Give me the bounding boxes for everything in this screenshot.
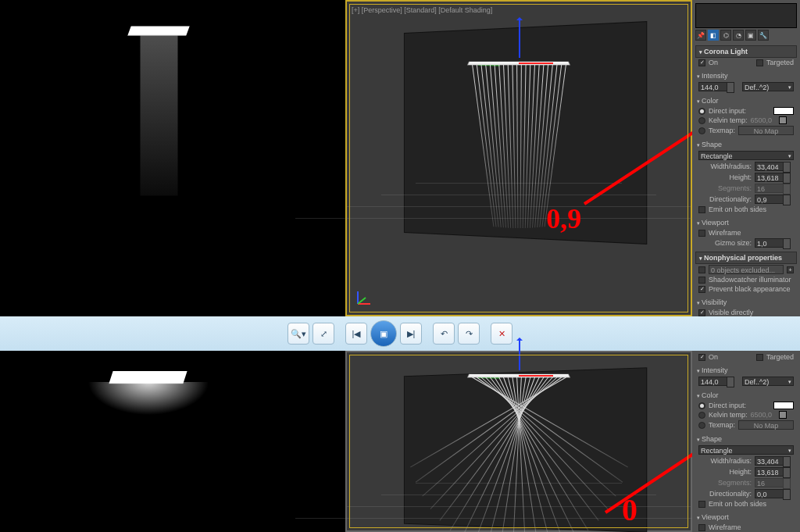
z-axis-gizmo[interactable]: [519, 19, 520, 58]
rotate-right-button[interactable]: ↷: [458, 323, 480, 345]
width-input[interactable]: 33,404: [755, 162, 784, 171]
intensity-units-dropdown[interactable]: Def..^2): [742, 377, 794, 386]
targeted-checkbox[interactable]: [756, 59, 763, 66]
wireframe-checkbox[interactable]: [698, 230, 705, 237]
bottom-app-window: 0 ✓On Targeted Intensity 144,0 Def..^2) …: [0, 351, 800, 532]
light-rays: [519, 64, 520, 66]
rotate-left-button[interactable]: ↶: [433, 323, 455, 345]
zoom-button[interactable]: 🔍▾: [288, 323, 309, 345]
prev-button[interactable]: |◀: [345, 323, 367, 345]
width-input[interactable]: 33,404: [755, 456, 784, 466]
viewport-section-label: Viewport: [695, 217, 797, 228]
color-swatch[interactable]: [773, 107, 794, 115]
excluded-checkbox[interactable]: [698, 266, 705, 273]
color-label: Color: [695, 95, 797, 106]
render-viewport[interactable]: [0, 351, 345, 532]
preventblack-label: Prevent black appearance: [709, 285, 791, 293]
visible-directly-checkbox[interactable]: ✓: [698, 309, 705, 316]
kelvin-swatch[interactable]: [779, 411, 787, 419]
hierarchy-tab[interactable]: ⌬: [720, 30, 731, 41]
kelvin-swatch[interactable]: [779, 116, 787, 124]
intensity-label: Intensity: [695, 365, 797, 376]
x-axis-gizmo[interactable]: [519, 375, 553, 377]
viewport-area: [+] [Perspective] [Standard] [Default Sh…: [0, 0, 692, 316]
next-button[interactable]: ▶|: [400, 323, 422, 345]
motion-tab[interactable]: ◔: [733, 30, 744, 41]
shape-dropdown[interactable]: Rectangle: [698, 445, 794, 455]
color-swatch[interactable]: [773, 402, 794, 409]
shape-dropdown[interactable]: Rectangle: [698, 151, 794, 160]
exclude-add[interactable]: +: [787, 266, 794, 273]
texmap-radio[interactable]: [698, 127, 705, 134]
direct-input-radio[interactable]: [698, 402, 705, 409]
light-gizmo[interactable]: [468, 58, 570, 69]
viewport-area: 0: [0, 351, 692, 532]
texmap-button[interactable]: No Map: [738, 126, 794, 135]
emit-both-label: Emit on both sides: [709, 205, 766, 213]
on-label: On: [709, 59, 718, 66]
light-rays: [519, 377, 520, 379]
perspective-viewport[interactable]: 0: [345, 351, 692, 532]
excluded-button[interactable]: 0 objects excluded...: [709, 265, 784, 274]
slideshow-button[interactable]: ▣: [370, 320, 397, 347]
modify-tab[interactable]: ◧: [708, 30, 719, 41]
render-viewport[interactable]: [0, 0, 345, 316]
shape-label: Shape: [695, 139, 797, 150]
nonphysical-rollout[interactable]: Nonphysical properties: [695, 252, 797, 264]
intensity-input[interactable]: 144,0: [698, 82, 728, 91]
kelvin-label: Kelvin temp:: [709, 411, 748, 419]
segments-input[interactable]: 16: [755, 184, 784, 193]
directionality-input[interactable]: 0,9: [755, 195, 784, 204]
height-input[interactable]: 13,618: [755, 467, 784, 477]
display-tab[interactable]: ▣: [745, 30, 756, 41]
kelvin-radio[interactable]: [698, 412, 705, 419]
gizmo-input[interactable]: 1,0: [755, 238, 784, 248]
targeted-label: Targeted: [766, 353, 794, 361]
z-axis-gizmo[interactable]: [519, 339, 520, 370]
wireframe-label: Wireframe: [709, 229, 741, 237]
on-checkbox[interactable]: ✓: [698, 354, 705, 361]
kelvin-input[interactable]: 6500,0: [751, 116, 776, 124]
intensity-units-dropdown[interactable]: Def..^2): [742, 82, 794, 91]
directionality-input[interactable]: 0,0: [755, 489, 784, 498]
intensity-input[interactable]: 144,0: [698, 377, 728, 386]
emit-both-checkbox[interactable]: [698, 501, 705, 508]
direct-input-label: Direct input:: [709, 402, 746, 409]
direct-input-radio[interactable]: [698, 108, 705, 115]
texmap-radio[interactable]: [698, 422, 705, 429]
wireframe-checkbox[interactable]: [698, 524, 705, 531]
delete-button[interactable]: ✕: [491, 323, 512, 345]
pin-icon[interactable]: 📌: [695, 30, 706, 41]
perspective-viewport[interactable]: [+] [Perspective] [Standard] [Default Sh…: [345, 0, 692, 316]
kelvin-input[interactable]: 6500,0: [751, 411, 776, 419]
utilities-tab[interactable]: 🔧: [758, 30, 769, 41]
shadowcatcher-checkbox[interactable]: [698, 277, 705, 284]
color-label: Color: [695, 390, 797, 401]
properties-panel: 📌 ◧ ⌬ ◔ ▣ 🔧 Corona Light ✓On Targeted In…: [692, 0, 800, 316]
emit-both-checkbox[interactable]: [698, 206, 705, 213]
texmap-button[interactable]: No Map: [738, 420, 794, 430]
texmap-label: Texmap:: [709, 127, 735, 134]
command-panel-tabs: 📌 ◧ ⌬ ◔ ▣ 🔧: [695, 30, 797, 41]
fit-button[interactable]: ⤢: [312, 323, 334, 345]
visibility-label: Visibility: [695, 297, 797, 308]
on-checkbox[interactable]: ✓: [698, 59, 705, 66]
targeted-label: Targeted: [766, 59, 794, 66]
height-label: Height:: [698, 173, 752, 181]
texmap-label: Texmap:: [709, 421, 735, 429]
kelvin-radio[interactable]: [698, 117, 705, 124]
svg-line-2: [358, 298, 366, 304]
axis-cube-icon[interactable]: [355, 288, 373, 307]
properties-panel: ✓On Targeted Intensity 144,0 Def..^2) Co…: [692, 351, 800, 532]
imageviewer-toolbar: 🔍▾ ⤢ |◀ ▣ ▶| ↶ ↷ ✕: [0, 316, 800, 351]
emit-both-label: Emit on both sides: [709, 500, 766, 508]
segments-input[interactable]: 16: [755, 478, 784, 487]
preview-swatch: [695, 3, 797, 28]
corona-light-rollout[interactable]: Corona Light: [695, 45, 797, 58]
preventblack-checkbox[interactable]: ✓: [698, 286, 705, 293]
intensity-label: Intensity: [695, 70, 797, 81]
height-input[interactable]: 13,618: [755, 173, 784, 182]
targeted-checkbox[interactable]: [756, 354, 763, 361]
width-label: Width/radius:: [698, 457, 752, 465]
segments-label: Segments:: [698, 479, 752, 487]
